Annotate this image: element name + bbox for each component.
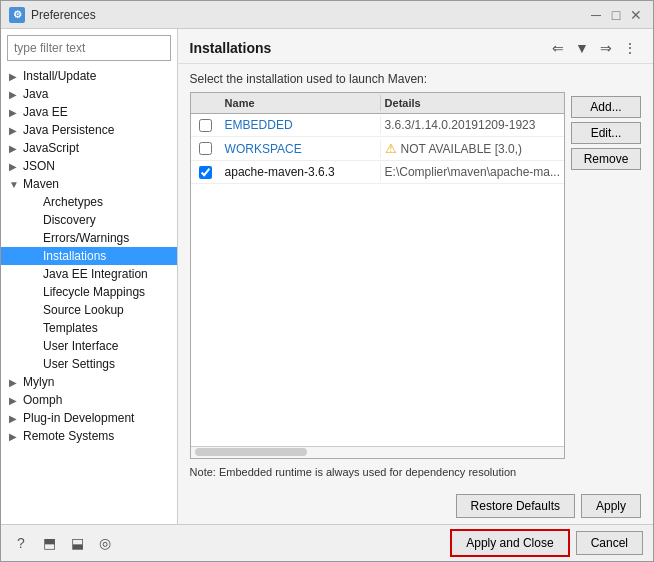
sidebar-item-json[interactable]: ▶JSON	[1, 157, 177, 175]
row-name-embedded: EMBEDDED	[221, 116, 381, 134]
col-header-name: Name	[221, 95, 381, 111]
back-button[interactable]: ⇐	[547, 37, 569, 59]
sidebar-label-plug-in-development: Plug-in Development	[23, 411, 134, 425]
sidebar-label-user-interface: User Interface	[43, 339, 118, 353]
table-body: EMBEDDED3.6.3/1.14.0.20191209-1923WORKSP…	[191, 114, 564, 446]
checkbox-apache-maven[interactable]	[199, 166, 212, 179]
search-input[interactable]	[7, 35, 171, 61]
sidebar-label-mylyn: Mylyn	[23, 375, 54, 389]
sidebar-label-errors-warnings: Errors/Warnings	[43, 231, 129, 245]
sidebar-item-installations[interactable]: Installations	[1, 247, 177, 265]
panel-action-buttons: Restore Defaults Apply	[178, 488, 653, 524]
row-check-workspace[interactable]	[191, 140, 221, 157]
sidebar-item-oomph[interactable]: ▶Oomph	[1, 391, 177, 409]
sidebar-label-lifecycle-mappings: Lifecycle Mappings	[43, 285, 145, 299]
table-scrollbar[interactable]	[191, 446, 564, 458]
panel-subtitle: Select the installation used to launch M…	[190, 72, 641, 86]
row-name-workspace: WORKSPACE	[221, 140, 381, 158]
title-bar: ⚙ Preferences ─ □ ✕	[1, 1, 653, 29]
sidebar-tree: ▶Install/Update▶Java▶Java EE▶Java Persis…	[1, 67, 177, 457]
details-text-apache-maven: E:\Complier\maven\apache-ma...	[385, 165, 560, 179]
sidebar-label-javascript: JavaScript	[23, 141, 79, 155]
sidebar-label-discovery: Discovery	[43, 213, 96, 227]
tree-arrow-java-ee: ▶	[9, 107, 19, 118]
sidebar-item-javascript[interactable]: ▶JavaScript	[1, 139, 177, 157]
import-icon[interactable]: ⬓	[67, 533, 87, 553]
sidebar-item-templates[interactable]: Templates	[1, 319, 177, 337]
sidebar-label-java-ee: Java EE	[23, 105, 68, 119]
table-header: Name Details	[191, 93, 564, 114]
sidebar-item-java[interactable]: ▶Java	[1, 85, 177, 103]
window-controls: ─ □ ✕	[587, 6, 645, 24]
help-icon[interactable]: ?	[11, 533, 31, 553]
more-button[interactable]: ⋮	[619, 37, 641, 59]
sidebar-item-remote-systems[interactable]: ▶Remote Systems	[1, 427, 177, 445]
table-row-workspace: WORKSPACE⚠NOT AVAILABLE [3.0,)	[191, 137, 564, 161]
row-details-embedded: 3.6.3/1.14.0.20191209-1923	[381, 116, 564, 134]
row-details-apache-maven: E:\Complier\maven\apache-ma...	[381, 163, 564, 181]
sidebar-label-source-lookup: Source Lookup	[43, 303, 124, 317]
apply-button[interactable]: Apply	[581, 494, 641, 518]
sidebar-label-installations: Installations	[43, 249, 106, 263]
panel-title: Installations	[190, 40, 272, 56]
minimize-button[interactable]: ─	[587, 6, 605, 24]
sidebar-label-maven: Maven	[23, 177, 59, 191]
search-box	[7, 35, 171, 61]
restore-defaults-button[interactable]: Restore Defaults	[456, 494, 575, 518]
export-icon[interactable]: ⬒	[39, 533, 59, 553]
sidebar-label-java: Java	[23, 87, 48, 101]
row-check-embedded[interactable]	[191, 117, 221, 134]
row-check-apache-maven[interactable]	[191, 164, 221, 181]
close-button[interactable]: ✕	[627, 6, 645, 24]
sidebar-item-errors-warnings[interactable]: Errors/Warnings	[1, 229, 177, 247]
sidebar-label-archetypes: Archetypes	[43, 195, 103, 209]
dropdown-button[interactable]: ▼	[571, 37, 593, 59]
forward-button[interactable]: ⇒	[595, 37, 617, 59]
tree-arrow-maven: ▼	[9, 179, 19, 190]
sidebar-item-source-lookup[interactable]: Source Lookup	[1, 301, 177, 319]
sidebar-item-install-update[interactable]: ▶Install/Update	[1, 67, 177, 85]
sidebar-item-lifecycle-mappings[interactable]: Lifecycle Mappings	[1, 283, 177, 301]
installations-table: Name Details EMBEDDED3.6.3/1.14.0.201912…	[190, 92, 565, 459]
sidebar-label-java-persistence: Java Persistence	[23, 123, 114, 137]
footer: ? ⬒ ⬓ ◎ Apply and Close Cancel	[1, 524, 653, 561]
main-toolbar: ⇐ ▼ ⇒ ⋮	[547, 37, 641, 59]
sidebar-label-json: JSON	[23, 159, 55, 173]
remove-button[interactable]: Remove	[571, 148, 641, 170]
details-text-workspace: NOT AVAILABLE [3.0,)	[401, 142, 522, 156]
tree-arrow-oomph: ▶	[9, 395, 19, 406]
tree-arrow-plug-in-development: ▶	[9, 413, 19, 424]
sidebar-item-user-interface[interactable]: User Interface	[1, 337, 177, 355]
sidebar-item-java-ee[interactable]: ▶Java EE	[1, 103, 177, 121]
details-text-embedded: 3.6.3/1.14.0.20191209-1923	[385, 118, 536, 132]
edit-button[interactable]: Edit...	[571, 122, 641, 144]
cancel-button[interactable]: Cancel	[576, 531, 643, 555]
checkbox-workspace[interactable]	[199, 142, 212, 155]
settings-icon[interactable]: ◎	[95, 533, 115, 553]
tree-arrow-install-update: ▶	[9, 71, 19, 82]
note-text: Note: Embedded runtime is always used fo…	[190, 465, 641, 480]
checkbox-embedded[interactable]	[199, 119, 212, 132]
footer-icons: ? ⬒ ⬓ ◎	[11, 533, 115, 553]
apply-and-close-button[interactable]: Apply and Close	[450, 529, 569, 557]
sidebar-item-maven[interactable]: ▼Maven	[1, 175, 177, 193]
sidebar-item-archetypes[interactable]: Archetypes	[1, 193, 177, 211]
sidebar-item-user-settings[interactable]: User Settings	[1, 355, 177, 373]
preferences-window: ⚙ Preferences ─ □ ✕ ▶Install/Update▶Java…	[0, 0, 654, 562]
sidebar-label-remote-systems: Remote Systems	[23, 429, 114, 443]
window-title: Preferences	[31, 8, 96, 22]
sidebar-item-mylyn[interactable]: ▶Mylyn	[1, 373, 177, 391]
title-bar-left: ⚙ Preferences	[9, 7, 96, 23]
sidebar-item-plug-in-development[interactable]: ▶Plug-in Development	[1, 409, 177, 427]
add-button[interactable]: Add...	[571, 96, 641, 118]
col-header-details: Details	[381, 95, 564, 111]
sidebar-item-java-ee-integration[interactable]: Java EE Integration	[1, 265, 177, 283]
table-row-apache-maven: apache-maven-3.6.3E:\Complier\maven\apac…	[191, 161, 564, 184]
sidebar-label-templates: Templates	[43, 321, 98, 335]
sidebar-item-discovery[interactable]: Discovery	[1, 211, 177, 229]
content-area: ▶Install/Update▶Java▶Java EE▶Java Persis…	[1, 29, 653, 524]
sidebar-item-java-persistence[interactable]: ▶Java Persistence	[1, 121, 177, 139]
table-with-buttons: Name Details EMBEDDED3.6.3/1.14.0.201912…	[190, 92, 641, 459]
maximize-button[interactable]: □	[607, 6, 625, 24]
sidebar: ▶Install/Update▶Java▶Java EE▶Java Persis…	[1, 29, 178, 524]
